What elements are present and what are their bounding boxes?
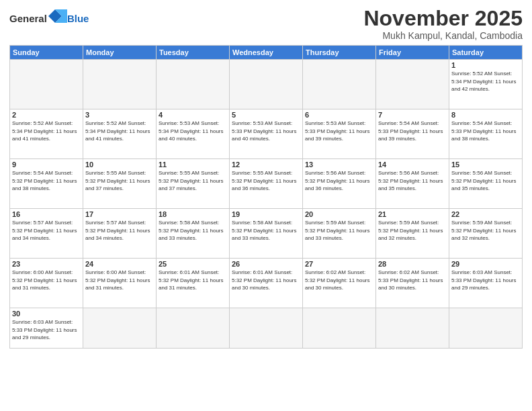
table-row: 16Sunrise: 5:57 AM Sunset: 5:32 PM Dayli… <box>10 209 83 259</box>
header-row: General Blue November 2025 Mukh Kampul, … <box>9 7 523 41</box>
day-info: Sunrise: 5:59 AM Sunset: 5:32 PM Dayligh… <box>378 219 447 242</box>
month-title: November 2025 <box>363 7 523 30</box>
day-number: 3 <box>85 111 154 119</box>
day-number: 11 <box>159 161 227 169</box>
title-area: November 2025 Mukh Kampul, Kandal, Cambo… <box>363 7 523 41</box>
day-info: Sunrise: 5:55 AM Sunset: 5:32 PM Dayligh… <box>232 169 300 193</box>
day-number: 8 <box>451 111 520 119</box>
table-row: 20Sunrise: 5:59 AM Sunset: 5:32 PM Dayli… <box>303 209 376 259</box>
table-row: 10Sunrise: 5:55 AM Sunset: 5:32 PM Dayli… <box>83 159 157 209</box>
table-row: 30Sunrise: 6:03 AM Sunset: 5:33 PM Dayli… <box>10 308 83 349</box>
table-row: 22Sunrise: 5:59 AM Sunset: 5:32 PM Dayli… <box>449 209 523 259</box>
table-row <box>83 60 157 109</box>
table-row: 4Sunrise: 5:53 AM Sunset: 5:34 PM Daylig… <box>157 109 230 159</box>
day-number: 5 <box>232 111 300 119</box>
day-info: Sunrise: 5:55 AM Sunset: 5:32 PM Dayligh… <box>159 169 227 193</box>
table-row: 18Sunrise: 5:58 AM Sunset: 5:32 PM Dayli… <box>157 209 230 259</box>
table-row: 17Sunrise: 5:57 AM Sunset: 5:32 PM Dayli… <box>83 209 157 259</box>
day-info: Sunrise: 5:59 AM Sunset: 5:32 PM Dayligh… <box>305 219 373 242</box>
day-info: Sunrise: 5:53 AM Sunset: 5:33 PM Dayligh… <box>232 120 300 143</box>
table-row: 26Sunrise: 6:01 AM Sunset: 5:32 PM Dayli… <box>230 259 303 308</box>
table-row: 25Sunrise: 6:01 AM Sunset: 5:32 PM Dayli… <box>157 259 230 308</box>
col-saturday: Saturday <box>449 46 523 60</box>
day-info: Sunrise: 5:56 AM Sunset: 5:32 PM Dayligh… <box>451 169 520 193</box>
day-info: Sunrise: 6:00 AM Sunset: 5:32 PM Dayligh… <box>85 269 154 292</box>
day-info: Sunrise: 5:54 AM Sunset: 5:33 PM Dayligh… <box>451 120 520 143</box>
col-monday: Monday <box>83 46 157 60</box>
day-number: 22 <box>451 210 520 218</box>
table-row <box>157 60 230 109</box>
day-info: Sunrise: 6:02 AM Sunset: 5:32 PM Dayligh… <box>305 269 373 292</box>
table-row: 2Sunrise: 5:52 AM Sunset: 5:34 PM Daylig… <box>10 109 83 159</box>
table-row: 9Sunrise: 5:54 AM Sunset: 5:32 PM Daylig… <box>10 159 83 209</box>
table-row <box>376 60 449 109</box>
table-row: 5Sunrise: 5:53 AM Sunset: 5:33 PM Daylig… <box>230 109 303 159</box>
day-info: Sunrise: 5:58 AM Sunset: 5:32 PM Dayligh… <box>159 219 227 242</box>
day-info: Sunrise: 5:52 AM Sunset: 5:34 PM Dayligh… <box>85 120 154 143</box>
table-row: 13Sunrise: 5:56 AM Sunset: 5:32 PM Dayli… <box>303 159 376 209</box>
day-info: Sunrise: 5:58 AM Sunset: 5:32 PM Dayligh… <box>232 219 300 242</box>
table-row: 6Sunrise: 5:53 AM Sunset: 5:33 PM Daylig… <box>303 109 376 159</box>
day-number: 28 <box>378 260 447 268</box>
table-row: 12Sunrise: 5:55 AM Sunset: 5:32 PM Dayli… <box>230 159 303 209</box>
day-info: Sunrise: 6:03 AM Sunset: 5:33 PM Dayligh… <box>451 269 520 292</box>
day-info: Sunrise: 6:02 AM Sunset: 5:33 PM Dayligh… <box>378 269 447 292</box>
logo-icon <box>48 9 67 23</box>
day-number: 19 <box>232 210 300 218</box>
day-number: 21 <box>378 210 447 218</box>
calendar-header-row: Sunday Monday Tuesday Wednesday Thursday… <box>10 46 523 60</box>
day-number: 16 <box>12 210 81 218</box>
logo: General Blue <box>9 9 89 24</box>
day-number: 1 <box>451 61 520 69</box>
day-info: Sunrise: 5:59 AM Sunset: 5:32 PM Dayligh… <box>451 219 520 242</box>
day-info: Sunrise: 6:03 AM Sunset: 5:33 PM Dayligh… <box>12 318 81 342</box>
day-number: 15 <box>451 161 520 169</box>
day-number: 7 <box>378 111 447 119</box>
table-row: 3Sunrise: 5:52 AM Sunset: 5:34 PM Daylig… <box>83 109 157 159</box>
day-info: Sunrise: 5:56 AM Sunset: 5:32 PM Dayligh… <box>305 169 373 193</box>
table-row <box>10 60 83 109</box>
table-row <box>157 308 230 349</box>
table-row: 23Sunrise: 6:00 AM Sunset: 5:32 PM Dayli… <box>10 259 83 308</box>
page: General Blue November 2025 Mukh Kampul, … <box>0 0 532 411</box>
day-number: 10 <box>85 161 154 169</box>
day-number: 2 <box>12 111 81 119</box>
table-row: 19Sunrise: 5:58 AM Sunset: 5:32 PM Dayli… <box>230 209 303 259</box>
day-number: 24 <box>85 260 154 268</box>
day-info: Sunrise: 6:01 AM Sunset: 5:32 PM Dayligh… <box>159 269 227 292</box>
col-tuesday: Tuesday <box>157 46 230 60</box>
day-number: 14 <box>378 161 447 169</box>
day-number: 27 <box>305 260 373 268</box>
table-row <box>376 308 449 349</box>
table-row: 28Sunrise: 6:02 AM Sunset: 5:33 PM Dayli… <box>376 259 449 308</box>
table-row <box>83 308 157 349</box>
day-info: Sunrise: 5:54 AM Sunset: 5:33 PM Dayligh… <box>378 120 447 143</box>
calendar: Sunday Monday Tuesday Wednesday Thursday… <box>9 45 523 349</box>
table-row: 27Sunrise: 6:02 AM Sunset: 5:32 PM Dayli… <box>303 259 376 308</box>
logo-blue: Blue <box>67 13 89 24</box>
day-number: 20 <box>305 210 373 218</box>
table-row: 8Sunrise: 5:54 AM Sunset: 5:33 PM Daylig… <box>449 109 523 159</box>
day-info: Sunrise: 5:52 AM Sunset: 5:34 PM Dayligh… <box>12 120 81 143</box>
table-row: 29Sunrise: 6:03 AM Sunset: 5:33 PM Dayli… <box>449 259 523 308</box>
day-number: 17 <box>85 210 154 218</box>
location-subtitle: Mukh Kampul, Kandal, Cambodia <box>363 30 523 41</box>
day-info: Sunrise: 6:01 AM Sunset: 5:32 PM Dayligh… <box>232 269 300 292</box>
day-number: 6 <box>305 111 373 119</box>
table-row: 1Sunrise: 5:52 AM Sunset: 5:34 PM Daylig… <box>449 60 523 109</box>
day-info: Sunrise: 5:53 AM Sunset: 5:34 PM Dayligh… <box>159 120 227 143</box>
day-number: 12 <box>232 161 300 169</box>
table-row <box>303 60 376 109</box>
day-number: 9 <box>12 161 81 169</box>
day-info: Sunrise: 6:00 AM Sunset: 5:32 PM Dayligh… <box>12 269 81 292</box>
day-info: Sunrise: 5:57 AM Sunset: 5:32 PM Dayligh… <box>12 219 81 242</box>
day-number: 25 <box>159 260 227 268</box>
table-row: 11Sunrise: 5:55 AM Sunset: 5:32 PM Dayli… <box>157 159 230 209</box>
logo-general: General <box>9 13 47 24</box>
col-thursday: Thursday <box>303 46 376 60</box>
day-number: 29 <box>451 260 520 268</box>
col-friday: Friday <box>376 46 449 60</box>
col-wednesday: Wednesday <box>230 46 303 60</box>
day-info: Sunrise: 5:56 AM Sunset: 5:32 PM Dayligh… <box>378 169 447 193</box>
day-number: 4 <box>159 111 227 119</box>
